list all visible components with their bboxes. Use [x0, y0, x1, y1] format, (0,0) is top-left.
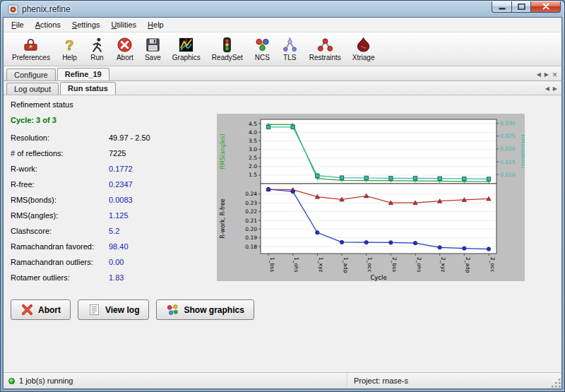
show-graphics-button[interactable]: Show graphics	[156, 299, 254, 320]
stat-value: 7225	[109, 149, 126, 158]
stat-label: Ramachandran outliers:	[11, 258, 109, 266]
svg-text:?: ?	[65, 37, 73, 53]
stat-label: R-work:	[11, 165, 109, 173]
tab-scroll-right-icon[interactable]: ▶	[545, 71, 549, 78]
stat-label: # of reflections:	[11, 149, 109, 158]
stat-value: 0.2347	[109, 180, 133, 189]
phenix-refine-window: phenix.refine FileActionsSettingsUtiliti…	[0, 0, 565, 392]
stat-value: 5.2	[109, 227, 119, 235]
subtab-scroll-left-icon[interactable]: ◀	[545, 85, 549, 92]
sub-tab-controls: ◀ ▶	[545, 85, 557, 95]
toolbar-restraints[interactable]: Restraints	[304, 33, 347, 65]
tab-scroll-left-icon[interactable]: ◀	[537, 71, 541, 78]
stat-row: RMS(angles):1.125	[11, 211, 217, 220]
svg-text:2.0: 2.0	[249, 163, 257, 170]
toolbar-readyset[interactable]: ReadySet	[206, 33, 249, 65]
toolbar-ncs[interactable]: NCS	[249, 33, 276, 65]
stat-row: Rotamer outliers:1.83	[11, 273, 217, 282]
refinement-chart: 1.52.02.53.03.54.04.50.0100.0150.0200.02…	[217, 114, 525, 281]
menubar: FileActionsSettingsUtilitiesHelp	[4, 18, 561, 32]
toolbar-preferences[interactable]: Preferences	[6, 33, 56, 65]
svg-text:0.22: 0.22	[245, 208, 257, 215]
titlebar[interactable]: phenix.refine	[3, 1, 562, 17]
stat-label: Resolution:	[11, 133, 109, 142]
svg-text:0.015: 0.015	[500, 159, 516, 165]
close-button[interactable]	[530, 1, 561, 13]
svg-text:0.20: 0.20	[245, 226, 257, 232]
toolbar-label: Run	[90, 54, 103, 61]
stat-label: Rotamer outliers:	[11, 273, 109, 282]
toolbar-label: ReadySet	[212, 54, 243, 61]
tab-refine-19[interactable]: Refine_19	[57, 68, 109, 81]
subtab-scroll-right-icon[interactable]: ▶	[553, 85, 557, 92]
stat-value: 0.1772	[109, 165, 133, 173]
stat-value: 0.00	[109, 258, 124, 266]
show-graphics-icon	[166, 303, 179, 316]
tab-configure[interactable]: Configure	[6, 69, 56, 81]
main-tab-controls: ◀ ▶ ×	[537, 71, 557, 81]
toolbar-abort[interactable]: Abort	[111, 33, 139, 65]
button-label: View log	[105, 305, 139, 315]
readyset-icon	[219, 37, 235, 53]
svg-text:RMS(angles): RMS(angles)	[220, 133, 226, 169]
actions-row: AbortView logShow graphics	[11, 299, 554, 320]
svg-text:0.025: 0.025	[500, 133, 516, 139]
maximize-button[interactable]	[511, 1, 530, 13]
stat-row: # of reflections:7225	[11, 149, 217, 158]
jobs-running-text: 1 job(s) running	[19, 376, 73, 385]
project-text: Project: rnase-s	[354, 376, 408, 385]
svg-text:1_bss: 1_bss	[269, 257, 275, 272]
stat-row: Ramachandran outliers:0.00	[11, 258, 217, 266]
chart-panel: 1.52.02.53.03.54.04.50.0100.0150.0200.02…	[217, 114, 525, 281]
resize-grip[interactable]	[551, 378, 561, 388]
stat-row: R-free:0.2347	[11, 180, 217, 189]
toolbar-save[interactable]: Save	[139, 33, 167, 65]
toolbar-label: Xtriage	[352, 54, 375, 61]
sub-tabs-holder: Log outputRun status	[6, 81, 117, 95]
toolbar-run[interactable]: Run	[83, 33, 111, 65]
svg-text:3.0: 3.0	[249, 146, 257, 153]
menu-settings[interactable]: Settings	[66, 19, 106, 31]
toolbar-label: Abort	[117, 54, 133, 61]
subtab-run-status[interactable]: Run status	[60, 82, 116, 95]
toolbar-graphics[interactable]: Graphics	[167, 33, 206, 65]
stat-label: R-free:	[11, 180, 109, 189]
stat-label: Clashscore:	[11, 227, 109, 235]
minimize-button[interactable]	[492, 1, 511, 13]
menu-file[interactable]: File	[6, 19, 30, 31]
refinement-status-heading: Refinement status	[11, 100, 554, 109]
svg-text:4.5: 4.5	[249, 121, 257, 127]
svg-text:Cycle: Cycle	[370, 274, 386, 281]
menu-actions[interactable]: Actions	[30, 19, 66, 31]
svg-text:1_xyz: 1_xyz	[318, 257, 324, 272]
toolbar-tls[interactable]: TLS	[276, 33, 304, 65]
restraints-icon	[317, 37, 333, 53]
svg-text:0.030: 0.030	[500, 120, 516, 126]
svg-text:0.21: 0.21	[245, 218, 257, 224]
subtab-log-output[interactable]: Log output	[6, 83, 59, 95]
menu-help[interactable]: Help	[142, 19, 170, 31]
project-status-cell: Project: rnase-s	[347, 373, 551, 388]
toolbar-xtriage[interactable]: Xtriage	[347, 33, 381, 65]
stat-row: Clashscore:5.2	[11, 227, 217, 235]
abort-button[interactable]: Abort	[11, 299, 71, 320]
view-log-icon	[88, 303, 101, 316]
menu-utilities[interactable]: Utilities	[106, 19, 142, 31]
svg-text:2_occ: 2_occ	[489, 257, 496, 272]
toolbar-label: Save	[145, 54, 161, 61]
stat-row: RMS(bonds):0.0083	[11, 196, 217, 204]
stats-panel: Cycle: 3 of 3 Resolution:49.97 - 2.50# o…	[11, 114, 217, 289]
svg-text:2_ohs: 2_ohs	[416, 257, 422, 273]
job-running-icon	[8, 378, 15, 384]
cycle-status: Cycle: 3 of 3	[11, 116, 217, 124]
abort-x-icon	[20, 303, 34, 316]
svg-text:0.010: 0.010	[500, 172, 516, 178]
toolbar-help[interactable]: ?Help	[56, 33, 83, 65]
tab-close-icon[interactable]: ×	[552, 72, 557, 78]
view-log-button[interactable]: View log	[78, 299, 149, 320]
window-controls	[492, 1, 561, 17]
toolbar-label: NCS	[255, 54, 270, 61]
stat-label: RMS(bonds):	[11, 196, 109, 204]
preferences-icon	[23, 37, 39, 53]
stats-rows: Resolution:49.97 - 2.50# of reflections:…	[11, 133, 217, 282]
